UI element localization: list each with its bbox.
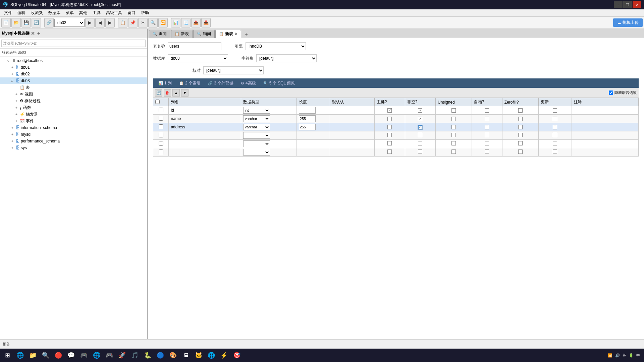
- select-all-checkbox[interactable]: [155, 100, 160, 104]
- row1-zerofill-cell[interactable]: [502, 106, 538, 115]
- row6-unsigned-check[interactable]: [451, 149, 456, 154]
- taskbar-app2[interactable]: 🎵: [129, 349, 141, 361]
- taskbar-epic[interactable]: 🎮: [78, 349, 90, 361]
- row1-autoincr-cell[interactable]: [472, 106, 502, 115]
- row2-onupdate-cell[interactable]: [538, 115, 572, 123]
- taskbar-app5[interactable]: 🌐: [205, 349, 217, 361]
- tab-newtable2[interactable]: 📋 新表 ✕: [215, 30, 241, 38]
- move-down-button[interactable]: ▼: [181, 89, 189, 97]
- toolbar-connect[interactable]: 🔗: [44, 18, 54, 27]
- restore-button[interactable]: ❐: [623, 1, 632, 8]
- row2-notnull-check[interactable]: [418, 117, 422, 121]
- row4-checkbox[interactable]: [159, 133, 163, 137]
- row2-name-input[interactable]: [171, 116, 238, 121]
- close-button[interactable]: ✕: [633, 1, 641, 8]
- row4-autoincr-check[interactable]: [485, 133, 489, 137]
- taskbar-edge[interactable]: 🌐: [14, 349, 26, 361]
- row2-length-cell[interactable]: [297, 115, 330, 123]
- row6-autoincr-check[interactable]: [485, 149, 489, 154]
- row5-onupdate-check[interactable]: [553, 141, 557, 145]
- tree-item-views[interactable]: ＋ 👁 视图: [0, 91, 147, 98]
- tree-item-tables[interactable]: 📋 表: [0, 84, 147, 91]
- row2-comment-cell[interactable]: [572, 115, 639, 123]
- row1-length-input[interactable]: [299, 107, 316, 114]
- row1-primary-check[interactable]: [387, 108, 392, 113]
- row4-unsigned-check[interactable]: [451, 133, 456, 137]
- menu-favorites[interactable]: 收藏夹: [28, 9, 46, 16]
- menu-database[interactable]: 数据库: [46, 9, 63, 16]
- taskbar-app1[interactable]: 🚀: [116, 349, 128, 361]
- toolbar-replace[interactable]: 🔁: [158, 18, 168, 27]
- toolbar-back[interactable]: ◀: [95, 18, 105, 27]
- row3-zerofill-cell[interactable]: [502, 123, 538, 131]
- row5-name-cell[interactable]: [169, 140, 241, 148]
- row1-notnull-check[interactable]: [418, 108, 422, 113]
- collation-select[interactable]: [default] utf8mb4_unicode_ci: [203, 66, 264, 74]
- row3-zerofill-check[interactable]: [518, 125, 523, 129]
- row2-zerofill-check[interactable]: [518, 117, 523, 121]
- row2-unsigned-cell[interactable]: [435, 115, 472, 123]
- row6-type-select[interactable]: [243, 149, 270, 156]
- row3-autoincr-check[interactable]: [485, 125, 489, 129]
- row1-unsigned-cell[interactable]: [435, 106, 472, 115]
- toolbar-table[interactable]: 📊: [171, 18, 180, 27]
- row1-checkbox[interactable]: [159, 108, 163, 112]
- toolbar-forward[interactable]: ▶: [105, 18, 115, 27]
- row2-checkbox[interactable]: [159, 116, 163, 121]
- row1-name-cell[interactable]: [169, 106, 241, 115]
- tab-newtable1[interactable]: 📋 新表: [171, 30, 193, 38]
- row1-type-cell[interactable]: int varchar text bigint: [241, 106, 297, 115]
- taskbar-app4[interactable]: 🐱: [193, 349, 205, 361]
- row1-type-select[interactable]: int varchar text bigint: [243, 107, 270, 114]
- row3-primary-cell[interactable]: [374, 123, 405, 131]
- toolbar-find[interactable]: 🔍: [148, 18, 158, 27]
- menu-tools[interactable]: 工具: [90, 9, 103, 16]
- tree-item-triggers[interactable]: ＋ ⚡ 触发器: [0, 111, 147, 118]
- taskbar-wechat[interactable]: 💬: [65, 349, 77, 361]
- tree-item-db01[interactable]: ＋ 🗄 db01: [0, 64, 147, 71]
- tab-add-button[interactable]: ＋: [243, 31, 250, 38]
- row5-type-cell[interactable]: [241, 140, 297, 148]
- row5-primary-check[interactable]: [387, 141, 392, 145]
- taskbar-pycharm[interactable]: 🐍: [142, 349, 154, 361]
- row2-type-select[interactable]: int varchar text: [243, 115, 270, 122]
- tree-item-sys[interactable]: ＋ 🗄 sys: [0, 144, 147, 151]
- toolbar-save[interactable]: 💾: [21, 18, 31, 27]
- toolbar-copy[interactable]: 📋: [118, 18, 127, 27]
- row3-name-input[interactable]: [171, 125, 238, 129]
- toolbar-open[interactable]: 📂: [11, 18, 21, 27]
- row1-notnull-cell[interactable]: [405, 106, 435, 115]
- menu-other[interactable]: 其他: [76, 9, 90, 16]
- row3-primary-check[interactable]: [387, 125, 392, 129]
- sub-tab-foreignkeys[interactable]: 🔗 3 个外部键: [205, 79, 237, 87]
- row2-length-input[interactable]: [299, 115, 316, 122]
- row1-primary-cell[interactable]: [374, 106, 405, 115]
- menu-table[interactable]: 菜单: [63, 9, 76, 16]
- row2-autoincr-check[interactable]: [485, 117, 489, 121]
- row2-name-cell[interactable]: [169, 115, 241, 123]
- sub-tab-indexes[interactable]: 📋 2 个索引: [176, 79, 204, 87]
- row2-unsigned-check[interactable]: [451, 117, 456, 121]
- row1-autoincr-check[interactable]: [485, 108, 489, 113]
- row3-default-cell[interactable]: [330, 123, 375, 131]
- filter-input[interactable]: [1, 40, 146, 47]
- row5-autoincr-check[interactable]: [485, 141, 489, 145]
- row4-zerofill-check[interactable]: [518, 133, 523, 137]
- taskbar-app6[interactable]: ⚡: [218, 349, 230, 361]
- row3-length-cell[interactable]: [297, 123, 330, 131]
- row1-name-input[interactable]: [171, 108, 238, 113]
- toolbar-export[interactable]: 📤: [191, 18, 201, 27]
- toolbar-run[interactable]: ▶: [85, 18, 95, 27]
- tree-item-infschema[interactable]: ＋ 🗄 information_schema: [0, 124, 147, 131]
- row5-unsigned-check[interactable]: [451, 141, 456, 145]
- row3-length-input[interactable]: [299, 124, 316, 130]
- move-up-button[interactable]: ▲: [172, 89, 180, 97]
- row5-name-input[interactable]: [171, 141, 238, 146]
- row6-name-input[interactable]: [171, 150, 238, 155]
- row3-unsigned-check[interactable]: [451, 125, 456, 129]
- row3-notnull-check[interactable]: [418, 125, 422, 129]
- row4-onupdate-check[interactable]: [553, 133, 557, 137]
- row2-default-cell[interactable]: [330, 115, 375, 123]
- sub-tab-sqlpreview[interactable]: 🔍 5 个 SQL 预览: [260, 79, 298, 87]
- menu-advanced[interactable]: 高级工具: [103, 9, 125, 16]
